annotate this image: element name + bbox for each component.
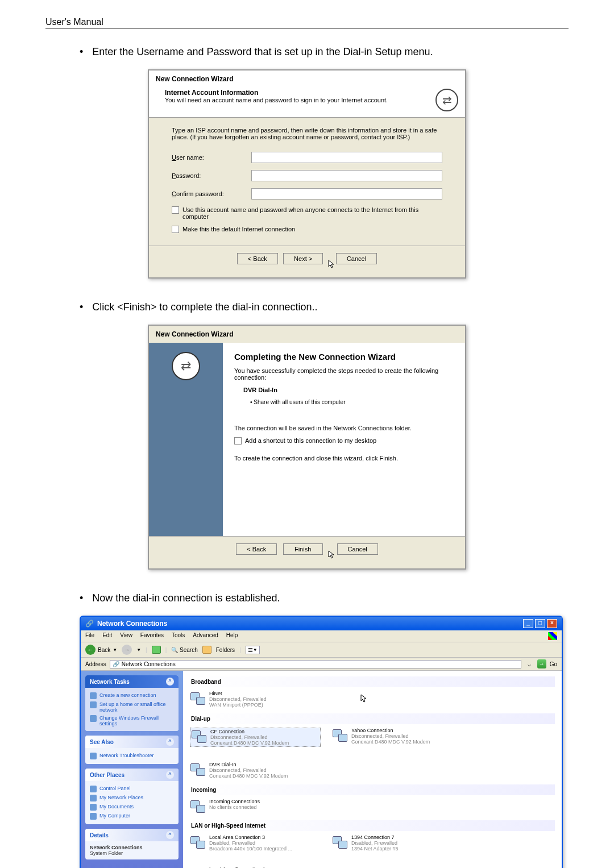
use-account-label: Use this account name and password when … (182, 206, 442, 220)
conn-name: DVR Dial-In (209, 762, 288, 767)
task-firewall[interactable]: Change Windows Firewall settings (99, 715, 174, 726)
conn-device: 1394 Net Adapter #5 (351, 846, 399, 852)
bullet-dot: • (80, 301, 83, 313)
default-conn-checkbox[interactable] (172, 226, 179, 233)
folders-icon (202, 646, 211, 654)
wizard-icon: ⇄ (435, 89, 458, 111)
task-create-connection[interactable]: Create a new connection (99, 692, 156, 698)
close-button[interactable]: × (547, 619, 557, 628)
shortcut-checkbox[interactable] (234, 437, 242, 445)
confirm-input[interactable] (251, 188, 442, 200)
address-dropdown[interactable]: ⌵ (525, 661, 534, 667)
password-input[interactable] (251, 170, 442, 181)
network-connections-window: 🔗 Network Connections _ □ × File Edit Vi… (80, 616, 563, 868)
wizard-icon: ⇄ (172, 352, 200, 380)
conn-dvr[interactable]: DVR Dial-In Disconnected, Firewalled Con… (190, 762, 321, 779)
conn-device: Conexant D480 MDC V.92 Modem (209, 773, 288, 779)
conn-1394[interactable]: 1394 Connection 7 Disabled, Firewalled 1… (332, 834, 463, 852)
conn-cf[interactable]: CF Connection Disconnected, Firewalled C… (190, 728, 321, 747)
conn-name: Local Area Connection 3 (209, 834, 292, 840)
menu-file[interactable]: File (85, 632, 94, 640)
collapse-icon[interactable]: ^ (166, 738, 174, 746)
address-input[interactable]: 🔗 Network Connections (110, 660, 521, 668)
menu-advanced[interactable]: Advanced (193, 632, 218, 640)
up-folder-icon[interactable] (152, 646, 161, 654)
wizard2-conn-name: DVR Dial-In (234, 387, 454, 393)
conn-status: Disabled, Firewalled (351, 840, 399, 846)
conn-status: No clients connected (209, 804, 260, 810)
task-icon (90, 701, 97, 708)
go-button[interactable]: → (537, 659, 546, 668)
wizard-completing: New Connection Wizard ⇄ Completing the N… (148, 325, 466, 570)
default-conn-label: Make this the default Internet connectio… (182, 226, 295, 233)
address-value: Network Connections (122, 661, 176, 667)
go-label: Go (550, 661, 557, 667)
page-header: User's Manual (45, 17, 103, 27)
minimize-button[interactable]: _ (523, 619, 533, 628)
use-account-checkbox[interactable] (172, 206, 179, 214)
wizard1-heading: Internet Account Information (165, 89, 388, 97)
back-button[interactable]: < Back (236, 543, 277, 555)
wizard2-heading: Completing the New Connection Wizard (234, 352, 454, 362)
search-button[interactable]: 🔍 Search (171, 647, 197, 653)
wizard2-share: • Share with all users of this computer (234, 399, 454, 405)
conn-incoming[interactable]: Incoming Connections No clients connecte… (190, 799, 321, 815)
wizard2-line3: To create the connection and close this … (234, 455, 454, 462)
folders-button[interactable]: Folders (216, 647, 235, 653)
place-icon (90, 786, 97, 792)
conn-yahoo[interactable]: Yahoo Connection Disconnected, Firewalle… (332, 728, 463, 747)
conn-name: 1394 Connection 7 (351, 834, 399, 840)
wizard2-line2: The connection will be saved in the Netw… (234, 425, 454, 431)
collapse-icon[interactable]: ^ (166, 678, 174, 686)
nc-title: Network Connections (97, 620, 167, 628)
conn-hinet[interactable]: HiNet Disconnected, Firewalled WAN Minip… (190, 691, 321, 708)
network-icon: 🔗 (113, 661, 119, 667)
windows-flag-icon (548, 632, 557, 640)
section-incoming: Incoming (190, 784, 555, 795)
task-setup-network[interactable]: Set up a home or small office network (99, 701, 174, 713)
wizard2-sidebar: ⇄ (149, 343, 223, 536)
views-button[interactable]: ☰▼ (246, 646, 260, 654)
conn-lan3[interactable]: Local Area Connection 3 Disabled, Firewa… (190, 834, 321, 852)
collapse-icon[interactable]: ^ (166, 831, 174, 839)
back-button[interactable]: ← Back ▼ (85, 645, 117, 655)
forward-dropdown[interactable]: ▼ (136, 647, 141, 653)
menu-favorites[interactable]: Favorites (140, 632, 164, 640)
other-network-places[interactable]: My Network Places (99, 795, 143, 800)
menu-help[interactable]: Help (226, 632, 238, 640)
other-my-computer[interactable]: My Computer (99, 813, 130, 819)
forward-button[interactable]: → (122, 645, 132, 655)
conn-name: Yahoo Connection (351, 728, 430, 733)
section-broadband: Broadband (190, 676, 555, 687)
menu-view[interactable]: View (120, 632, 132, 640)
task-icon (90, 692, 97, 699)
seealso-troubleshooter[interactable]: Network Troubleshooter (99, 753, 154, 758)
finish-button[interactable]: Finish (283, 543, 323, 555)
shortcut-label: Add a shortcut to this connection to my … (245, 437, 376, 445)
place-icon (90, 804, 97, 811)
task-icon (90, 715, 97, 722)
details-title: Details (90, 832, 109, 838)
menu-edit[interactable]: Edit (102, 632, 112, 640)
bullet-text-2: Click <Finish> to complete the dial-in c… (92, 301, 317, 313)
next-button[interactable]: Next > (283, 253, 323, 264)
connection-icon (190, 834, 206, 850)
wizard1-desc: Type an ISP account name and password, t… (172, 127, 442, 140)
conn-name: CF Connection (210, 729, 289, 734)
other-my-documents[interactable]: My Documents (99, 804, 134, 809)
section-dialup: Dial-up (190, 713, 555, 724)
otherplaces-title: Other Places (90, 772, 125, 778)
cancel-button[interactable]: Cancel (337, 543, 378, 555)
username-input[interactable] (251, 152, 442, 163)
connection-icon (332, 728, 348, 744)
restore-button[interactable]: □ (535, 619, 545, 628)
conn-name: Incoming Connections (209, 799, 260, 804)
menu-tools[interactable]: Tools (172, 632, 185, 640)
collapse-icon[interactable]: ^ (166, 771, 174, 779)
task-icon (90, 753, 97, 759)
back-button[interactable]: < Back (237, 253, 278, 264)
password-label: Password: (172, 172, 251, 179)
cancel-button[interactable]: Cancel (336, 253, 377, 264)
other-control-panel[interactable]: Control Panel (99, 786, 131, 791)
wizard2-title: New Connection Wizard (149, 326, 465, 343)
